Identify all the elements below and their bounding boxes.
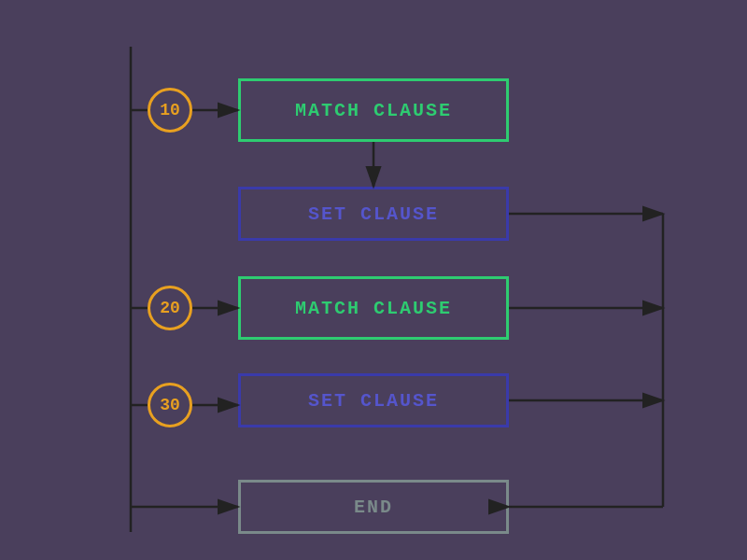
set-clause-label-2: SET CLAUSE: [308, 390, 439, 412]
circle-label-10: 10: [160, 101, 180, 119]
match-clause-label-1: MATCH CLAUSE: [295, 100, 452, 121]
end-label: END: [354, 497, 393, 518]
set-clause-box-1: SET CLAUSE: [238, 187, 509, 241]
circle-node-10: 10: [148, 88, 192, 133]
circle-label-20: 20: [160, 299, 180, 317]
circle-node-30: 30: [148, 383, 192, 427]
set-clause-label-1: SET CLAUSE: [308, 203, 439, 225]
circle-label-30: 30: [160, 396, 180, 414]
end-box: END: [238, 480, 509, 534]
diagram: 10 MATCH CLAUSE SET CLAUSE 20 MATCH CLAU…: [0, 0, 747, 560]
match-clause-box-2: MATCH CLAUSE: [238, 276, 509, 340]
circle-node-20: 20: [148, 286, 192, 330]
set-clause-box-2: SET CLAUSE: [238, 373, 509, 427]
match-clause-box-1: MATCH CLAUSE: [238, 78, 509, 142]
match-clause-label-2: MATCH CLAUSE: [295, 298, 452, 319]
